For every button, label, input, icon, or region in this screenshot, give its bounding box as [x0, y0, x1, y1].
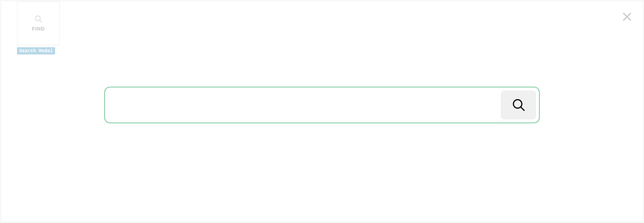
search-modal-badge: Search Modal — [17, 47, 55, 55]
search-modal: FIND Search Modal — [1, 1, 643, 222]
search-input[interactable] — [114, 90, 501, 120]
svg-line-5 — [521, 107, 524, 110]
svg-line-1 — [40, 20, 42, 22]
find-button-label: FIND — [32, 26, 45, 32]
close-icon — [622, 12, 632, 23]
close-button[interactable] — [620, 10, 634, 24]
search-icon — [34, 15, 42, 24]
find-button[interactable]: FIND — [17, 1, 60, 45]
search-container — [104, 87, 540, 123]
search-icon — [512, 98, 525, 112]
search-submit-button[interactable] — [501, 91, 536, 119]
